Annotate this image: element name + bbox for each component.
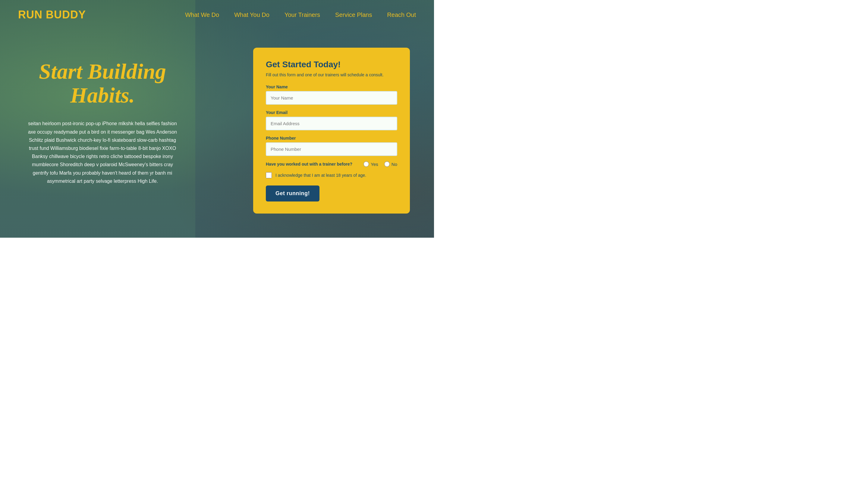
nav-link-service-plans[interactable]: Service Plans [335, 11, 372, 18]
hero-body-text: seitan heirloom post-ironic pop-up iPhon… [24, 119, 181, 185]
name-input[interactable] [266, 91, 397, 105]
contact-form: Your Name Your Email Phone Number Have y… [266, 84, 397, 201]
navbar: RUN BUDDY What We Do What You Do Your Tr… [0, 0, 434, 30]
name-label: Your Name [266, 84, 397, 89]
nav-link-what-we-do[interactable]: What We Do [185, 11, 219, 18]
hero-headline: Start Building Habits. [24, 60, 181, 107]
hero-content: Start Building Habits. seitan heirloom p… [0, 30, 434, 238]
radio-no-text: No [392, 162, 397, 167]
email-group: Your Email [266, 110, 397, 130]
footer-bar [0, 238, 434, 253]
headline-line1: Start Building [39, 59, 166, 84]
radio-no-label[interactable]: No [384, 161, 397, 167]
radio-yes-input[interactable] [364, 161, 369, 167]
nav-links: What We Do What You Do Your Trainers Ser… [185, 11, 416, 19]
nav-item-reach-out[interactable]: Reach Out [387, 11, 416, 19]
form-title: Get Started Today! [266, 60, 397, 69]
form-subtitle: Fill out this form and one of our traine… [266, 73, 397, 77]
nav-link-reach-out[interactable]: Reach Out [387, 11, 416, 18]
age-checkbox-group: I acknowledge that I am at least 18 year… [266, 172, 397, 178]
nav-item-your-trainers[interactable]: Your Trainers [284, 11, 320, 19]
hero-section: RUN BUDDY What We Do What You Do Your Tr… [0, 0, 434, 238]
nav-item-service-plans[interactable]: Service Plans [335, 11, 372, 19]
nav-link-what-you-do[interactable]: What You Do [234, 11, 270, 18]
trainer-question: Have you worked out with a trainer befor… [266, 162, 358, 167]
radio-no-input[interactable] [384, 161, 390, 167]
submit-button[interactable]: Get running! [266, 186, 319, 201]
trainer-radio-group: Have you worked out with a trainer befor… [266, 161, 397, 167]
name-group: Your Name [266, 84, 397, 105]
contact-form-card: Get Started Today! Fill out this form an… [253, 48, 410, 213]
age-checkbox[interactable] [266, 172, 272, 178]
phone-input[interactable] [266, 142, 397, 156]
headline-line2: Habits. [70, 83, 135, 107]
email-input[interactable] [266, 117, 397, 130]
radio-yes-text: Yes [371, 162, 378, 167]
email-label: Your Email [266, 110, 397, 115]
nav-item-what-you-do[interactable]: What You Do [234, 11, 270, 19]
nav-link-your-trainers[interactable]: Your Trainers [284, 11, 320, 18]
phone-group: Phone Number [266, 136, 397, 156]
age-confirm-label[interactable]: I acknowledge that I am at least 18 year… [276, 173, 366, 178]
phone-label: Phone Number [266, 136, 397, 141]
nav-item-what-we-do[interactable]: What We Do [185, 11, 219, 19]
radio-yes-label[interactable]: Yes [364, 161, 378, 167]
hero-left: Start Building Habits. seitan heirloom p… [24, 48, 181, 185]
brand-logo[interactable]: RUN BUDDY [18, 8, 86, 21]
